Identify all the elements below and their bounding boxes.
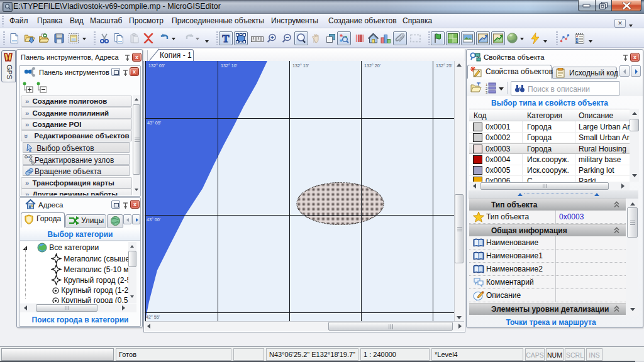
svg-text:132° 05': 132° 05': [148, 63, 165, 69]
svg-text:132° 10': 132° 10': [221, 63, 238, 69]
svg-text:43° 05': 43° 05': [147, 120, 162, 126]
svg-text:132° 20': 132° 20': [364, 63, 381, 69]
svg-text:43° 00': 43° 00': [147, 217, 161, 222]
svg-text:132° 25': 132° 25': [436, 63, 453, 69]
svg-text:3: 3: [486, 90, 488, 94]
svg-text:132° 15': 132° 15': [292, 63, 309, 69]
svg-text:T: T: [222, 33, 230, 43]
svg-text:42° 55': 42° 55': [146, 314, 160, 320]
